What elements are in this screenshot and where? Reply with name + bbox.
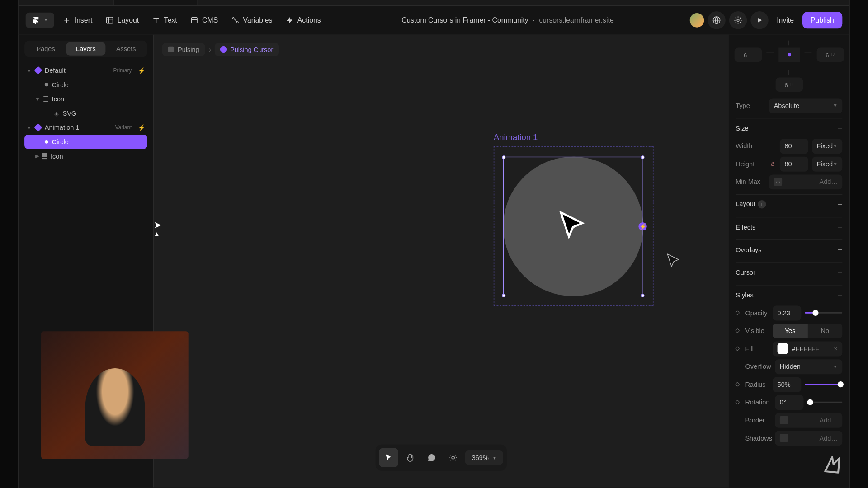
publish-button[interactable]: Publish — [802, 12, 842, 28]
overlays-header: Overlays — [736, 246, 761, 253]
resize-handle[interactable] — [641, 155, 645, 159]
document-title[interactable]: Custom Cursors in Framer - Community · c… — [329, 16, 686, 24]
hand-tool-button[interactable] — [400, 448, 419, 467]
layer-icon[interactable]: ▶Icon — [24, 149, 147, 164]
avatar[interactable] — [690, 13, 704, 27]
width-input[interactable]: 80 — [780, 139, 808, 154]
tab-pages[interactable]: Pages — [26, 42, 65, 56]
shadows-button[interactable]: Add… — [775, 431, 842, 446]
add-effect-button[interactable]: + — [838, 222, 843, 231]
yes-option[interactable]: Yes — [773, 323, 807, 338]
width-mode-select[interactable]: Fixed▼ — [812, 139, 842, 154]
layer-icon[interactable]: ▼Icon — [24, 92, 147, 106]
breadcrumb-label: Pulsing — [178, 46, 199, 53]
size-header: Size — [736, 124, 748, 131]
plus-icon — [62, 16, 71, 24]
arrows-icon: ↔ — [774, 178, 782, 186]
radius-slider[interactable] — [805, 384, 842, 385]
tab-layers[interactable]: Layers — [66, 42, 105, 56]
cms-button[interactable]: CMS — [185, 12, 223, 28]
tab[interactable] — [19, 0, 66, 5]
frame-title[interactable]: Animation 1 — [494, 132, 538, 142]
globe-button[interactable] — [708, 11, 726, 29]
radius-label: Radius — [745, 381, 769, 388]
framer-menu-button[interactable]: ▼ — [26, 12, 54, 28]
layer-animation1[interactable]: ▼Animation 1Variant⚡ — [24, 120, 147, 135]
resize-handle[interactable] — [641, 294, 645, 297]
select-tool-button[interactable] — [379, 448, 398, 467]
resize-handle[interactable] — [502, 155, 505, 159]
overflow-label: Overflow — [745, 363, 771, 370]
rotation-slider[interactable] — [807, 402, 843, 403]
comment-icon — [427, 454, 435, 462]
comment-tool-button[interactable] — [422, 448, 441, 467]
no-option[interactable]: No — [807, 323, 842, 338]
add-style-button[interactable]: + — [838, 290, 843, 300]
tab-assets[interactable]: Assets — [107, 42, 146, 56]
invite-button[interactable]: Invite — [772, 12, 799, 28]
add-overlay-button[interactable]: + — [838, 244, 843, 254]
bottom-offset-input[interactable]: 6B — [775, 77, 803, 92]
settings-button[interactable] — [729, 11, 747, 29]
svg-point-5 — [737, 19, 739, 21]
insert-button[interactable]: Insert — [58, 12, 97, 28]
right-panel: 6L — — 6R 6B TypeAbsolute▼ Size+ Width80… — [728, 34, 849, 487]
layout-button[interactable]: Layout — [101, 12, 144, 28]
label: L — [750, 52, 752, 57]
cms-label: CMS — [202, 16, 218, 24]
left-panel-tabs: Pages Layers Assets — [24, 41, 147, 57]
value: #FFFFFF — [792, 345, 819, 352]
position-control[interactable]: 6L — — 6R 6B — [736, 41, 842, 92]
arrow-cursor-icon — [384, 454, 392, 462]
height-mode-select[interactable]: Fixed▼ — [812, 156, 842, 171]
actions-button[interactable]: Actions — [281, 12, 326, 28]
anchor-center[interactable] — [778, 47, 800, 62]
layer-circle-selected[interactable]: Circle — [24, 135, 147, 149]
height-label: Height — [736, 160, 765, 168]
theme-toggle-button[interactable] — [443, 448, 462, 467]
info-icon[interactable]: i — [758, 200, 766, 208]
zoom-control[interactable]: 369%▼ — [465, 450, 503, 465]
offscreen-arrow-icon: ➤▲ — [154, 219, 161, 237]
visible-toggle[interactable]: YesNo — [773, 323, 842, 338]
height-input[interactable]: 80 — [780, 156, 808, 171]
layer-circle[interactable]: Circle — [24, 77, 147, 92]
resize-handle[interactable] — [502, 294, 505, 297]
rotation-label: Rotation — [745, 399, 771, 406]
tab-active[interactable] — [114, 0, 198, 5]
value: Fixed — [817, 142, 833, 150]
variables-button[interactable]: Variables — [226, 12, 277, 28]
breadcrumb-pulsing[interactable]: Pulsing — [162, 43, 205, 56]
canvas[interactable]: Pulsing › Pulsing Cursor ➤▲ Animation 1 … — [154, 34, 728, 487]
right-offset-input[interactable]: 6R — [816, 47, 844, 62]
radius-input[interactable]: 50% — [773, 377, 801, 392]
add-size-button[interactable]: + — [838, 123, 843, 132]
visible-label: Visible — [745, 327, 769, 334]
layer-label: Icon — [51, 153, 63, 160]
play-button[interactable] — [750, 11, 769, 29]
rotation-input[interactable]: 0° — [775, 395, 803, 410]
overflow-select[interactable]: Hidden▼ — [775, 359, 842, 374]
fill-input[interactable]: #FFFFFF× — [773, 341, 842, 356]
position-type-select[interactable]: Absolute▼ — [769, 98, 842, 113]
breadcrumb-cursor[interactable]: Pulsing Cursor — [215, 43, 279, 56]
left-offset-input[interactable]: 6L — [734, 47, 762, 62]
interaction-handle[interactable]: ⚡ — [638, 222, 646, 230]
chevron-down-icon: ▼ — [833, 103, 837, 108]
lock-icon[interactable] — [770, 161, 775, 167]
add-cursor-button[interactable]: + — [838, 267, 843, 277]
text-button[interactable]: Text — [147, 12, 182, 28]
cursor-header: Cursor — [736, 268, 755, 276]
opacity-slider[interactable] — [805, 312, 842, 314]
close-icon[interactable]: × — [834, 345, 837, 352]
layer-svg[interactable]: ◈SVG — [24, 106, 147, 121]
add-layout-button[interactable]: + — [838, 199, 843, 209]
border-button[interactable]: Add… — [775, 413, 842, 427]
layer-default[interactable]: ▼DefaultPrimary⚡ — [24, 63, 147, 78]
opacity-input[interactable]: 0.23 — [773, 305, 801, 320]
value: Fixed — [817, 160, 833, 168]
tab[interactable] — [66, 0, 113, 5]
minmax-button[interactable]: ↔Add… — [769, 174, 842, 189]
shadows-label: Shadows — [745, 434, 771, 441]
svg-rect-0 — [107, 17, 113, 23]
